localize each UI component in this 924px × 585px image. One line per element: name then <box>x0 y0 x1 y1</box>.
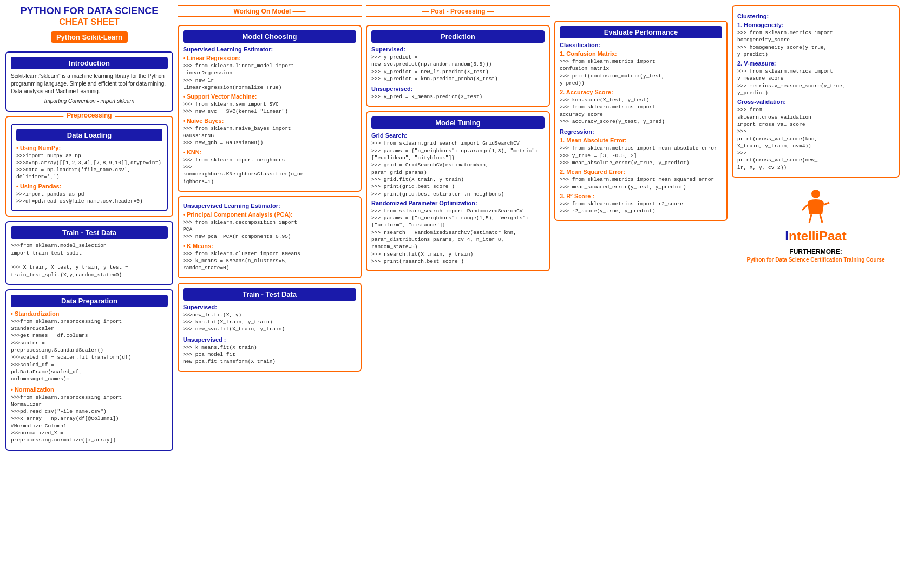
accuracy-code: >>> knn.score(X_test, y_test) >>> from s… <box>560 96 722 125</box>
furthermore-label: FURTHERMORE: <box>737 248 894 256</box>
pred-unsupervised-label: Unsupervised: <box>371 86 545 92</box>
random-label: Randomized Parameter Optimization: <box>371 200 545 206</box>
unsupervised-estimator-label: Unsupervised Learning Estimator: <box>183 203 356 209</box>
naive-label: • Naive Bayes: <box>183 118 356 124</box>
import-convention: Importing Convention - import sklearn <box>11 98 168 105</box>
introduction-body: Scikit-learn:"sklearn" is a machine lear… <box>11 73 168 95</box>
train-supervised-code: >>>new_lr.fit(X, y) >>> knn.fit(X_train,… <box>183 311 356 333</box>
data-loading-box: Data Loading • Using NumPy: >>>import nu… <box>11 123 168 212</box>
numpy-code: >>>import numpy as np >>>a=np.array([[1,… <box>16 152 162 181</box>
model-tuning-title: Model Tuning <box>371 116 545 129</box>
pandas-label: • Using Pandas: <box>16 183 162 190</box>
kmeans-code: >>> from sklearn.cluster import KMeans >… <box>183 250 356 272</box>
cheat-sheet-label: CHEAT SHEET <box>5 17 173 27</box>
train-unsupervised-code: >>> k_means.fit(X_train) >>> pca_model_f… <box>183 344 356 366</box>
grid-code: >>> from sklearn.grid_search import Grid… <box>371 140 545 197</box>
scikit-badge: Python Scikit-Learn <box>51 31 128 43</box>
train-test-top-code: >>>from sklearn.model_selection import t… <box>11 242 168 278</box>
model-tuning-box: Model Tuning Grid Search: >>> from sklea… <box>366 111 550 271</box>
post-header: — Post - Processing — <box>366 5 550 17</box>
crossval-label: Cross-validation: <box>737 99 894 105</box>
evaluate-performance-box: Evaluate Performance Classification: 1. … <box>554 21 728 221</box>
std-code: >>>from sklearn.preprocessing import Sta… <box>11 318 168 383</box>
grid-label: Grid Search: <box>371 132 545 139</box>
numpy-label: • Using NumPy: <box>16 145 162 151</box>
intellipaat-i-letter: I <box>785 229 789 243</box>
train-supervised-label: Supervised: <box>183 304 356 310</box>
svg-line-4 <box>820 214 822 223</box>
svm-code: >>> from sklearn.svm import SVC >>> new_… <box>183 101 356 115</box>
pred-unsupervised-code: >>> y_pred = k_means.predict(X_test) <box>371 93 545 100</box>
classification-label: Classification: <box>560 42 722 48</box>
svg-line-1 <box>802 205 808 210</box>
evaluate-title: Evaluate Performance <box>560 26 722 38</box>
r2-label: 3. R² Score : <box>560 193 722 199</box>
linear-code: >>> from sklearn.linear_model import Lin… <box>183 62 356 91</box>
mae-code: >>> from sklearn.metrics import mean_abs… <box>560 145 722 166</box>
introduction-title: Introduction <box>11 57 168 69</box>
mse-label: 2. Mean Squared Error: <box>560 168 722 175</box>
kmeans-label: • K Means: <box>183 243 356 249</box>
vmeasure-code: >>> from sklearn.metrics import v_measur… <box>737 68 894 96</box>
r2-code: >>> from sklearn.metrics import r2_score… <box>560 200 722 215</box>
std-label: • Standardization <box>11 310 168 317</box>
knn-label: • KNN: <box>183 149 356 155</box>
random-code: >>> from sklearn_search import Randomize… <box>371 207 545 265</box>
intellipaat-section: IntelliPaat FURTHERMORE: Python for Data… <box>732 182 900 268</box>
accuracy-label: 2. Accuracy Score: <box>560 89 722 95</box>
prediction-box: Prediction Supervised: >>> y_predict = n… <box>366 25 550 107</box>
vmeasure-label: 2. V-measure: <box>737 60 894 67</box>
data-loading-title: Data Loading <box>16 129 162 141</box>
train-test-top-box: Train - Test Data >>>from sklearn.model_… <box>5 221 173 284</box>
naive-code: >>> from sklearn.naive_bayes import Gaus… <box>183 125 356 147</box>
clustering-title: Clustering: <box>737 13 894 20</box>
mse-code: >>> from sklearn.metrics import mean_squ… <box>560 176 722 191</box>
homogeneity-code: >>> from sklearn.metrics import homogene… <box>737 29 894 58</box>
confusion-label: 1. Confusion Matrix: <box>560 50 722 57</box>
data-preparation-box: Data Preparation • Standardization >>>fr… <box>5 289 173 451</box>
linear-label: • Linear Regression: <box>183 55 356 61</box>
norm-label: • Normalization <box>11 386 168 393</box>
prediction-title: Prediction <box>371 30 545 43</box>
intellipaat-link: Python for Data Science Certification Tr… <box>737 257 894 263</box>
train-unsupervised-label: Unsupervised : <box>183 336 356 343</box>
pca-code: >>> from sklearn.decomposition import PC… <box>183 219 356 240</box>
pred-supervised-label: Supervised: <box>371 46 545 53</box>
supervised-estimator-label: Supervised Learning Estimator: <box>183 46 356 53</box>
header-section: PYTHON FOR DATA SCIENCE CHEAT SHEET Pyth… <box>5 5 173 45</box>
train-test-bottom-title: Train - Test Data <box>183 288 356 301</box>
crossval-code: >>> from sklearn.cross_validation import… <box>737 106 894 171</box>
train-test-bottom-box: Train - Test Data Supervised: >>>new_lr.… <box>178 283 362 372</box>
pca-label: • Principal Component Analysis (PCA): <box>183 211 356 218</box>
pred-supervised-code: >>> y_predict = new_svc.predict(np.rando… <box>371 54 545 82</box>
train-test-top-title: Train - Test Data <box>11 226 168 239</box>
svg-line-3 <box>809 214 811 223</box>
main-title: PYTHON FOR DATA SCIENCE <box>5 5 173 17</box>
svg-line-2 <box>824 203 829 205</box>
svg-point-0 <box>811 190 820 198</box>
clustering-box: Clustering: 1. Homogeneity: >>> from skl… <box>732 5 900 178</box>
working-header: Working On Model —— <box>178 5 362 17</box>
intellipaat-figure-icon <box>800 187 832 225</box>
homogeneity-label: 1. Homogeneity: <box>737 22 894 28</box>
svm-label: • Support Vector Machine: <box>183 93 356 100</box>
mae-label: 1. Mean Absolute Error: <box>560 137 722 144</box>
preprocessing-label: Preprocessing <box>63 112 115 119</box>
confusion-code: >>> from sklearn.metrics import confusio… <box>560 58 722 87</box>
norm-code: >>>from sklearn.preprocessing import Nor… <box>11 394 168 444</box>
knn-code: >>> from sklearn import neighbors >>> kn… <box>183 157 356 185</box>
model-choosing-title: Model Choosing <box>183 30 356 43</box>
unsupervised-box: Unsupervised Learning Estimator: • Princ… <box>178 196 362 278</box>
introduction-box: Introduction Scikit-learn:"sklearn" is a… <box>5 51 173 112</box>
data-preparation-title: Data Preparation <box>11 295 168 307</box>
regression-label: Regression: <box>560 128 722 135</box>
pandas-code: >>>import pandas as pd >>>df=pd.read_csv… <box>16 191 162 205</box>
intellipaat-name: ntelliPaat <box>789 229 847 243</box>
model-choosing-outer: Model Choosing Supervised Learning Estim… <box>178 25 362 192</box>
preprocessing-section: Preprocessing Data Loading • Using NumPy… <box>5 116 173 217</box>
